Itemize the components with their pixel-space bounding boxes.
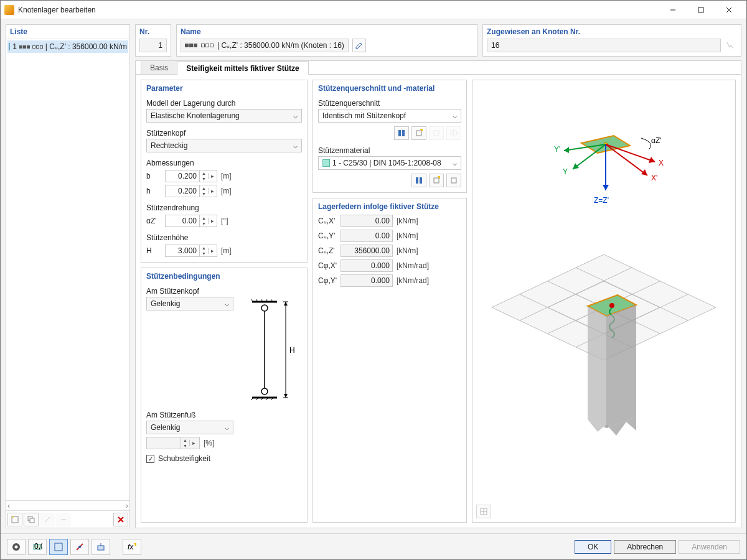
library-button[interactable] (394, 126, 409, 140)
svg-text:i: i (453, 129, 454, 137)
pct-unit: [%] (204, 439, 214, 447)
svg-point-73 (15, 545, 18, 548)
apply-button: Anwenden (679, 540, 740, 554)
svg-text:H: H (289, 346, 295, 355)
close-button[interactable] (715, 1, 743, 19)
svg-point-78 (78, 546, 81, 548)
assigned-label: Zugewiesen an Knoten Nr. (483, 25, 741, 39)
model-value: Elastische Knotenlagerung (151, 111, 240, 120)
new-item-button[interactable] (7, 513, 22, 526)
top-value: Gelenkig (151, 299, 180, 308)
parameter-title: Parameter (146, 84, 302, 93)
list-item[interactable]: 1 | Cᵤ,Z' : 356000.00 kN/m (7, 40, 128, 53)
list-title: Liste (6, 25, 129, 39)
H-spinner[interactable]: 3.000▲▼▸ (165, 245, 217, 257)
chevron-down-icon: ⌵ (293, 111, 298, 120)
spring-value: 0.00 (341, 230, 393, 242)
height-label: Stützenhöhe (146, 233, 302, 242)
sec-iconstrip: i (318, 126, 461, 140)
mat-select[interactable]: 1 - C25/30 | DIN 1045-1:2008-08⌵ (318, 156, 461, 170)
spring-unit: [kN/m] (397, 246, 418, 255)
function-button[interactable]: fx (123, 539, 141, 555)
window-title: Knotenlager bearbeiten (18, 6, 659, 14)
maximize-button[interactable] (687, 1, 715, 19)
view-mode-2-button[interactable] (70, 539, 89, 555)
spring-value: 0.000 (341, 259, 393, 272)
chevron-down-icon: ⌵ (293, 141, 298, 150)
minimize-button[interactable] (659, 1, 687, 19)
group-conditions: Stützenbedingungen Am Stützenkopf Gelenk… (141, 268, 308, 523)
svg-rect-79 (98, 546, 104, 550)
tab-stiffness[interactable]: Steifigkeit mittels fiktiver Stütze (177, 61, 308, 75)
list-panel: Liste 1 | Cᵤ,Z' : 356000.00 kN/m ‹› (6, 24, 130, 528)
sec-label: Stützenquerschnitt (318, 99, 461, 108)
view-mode-3-button[interactable] (92, 539, 110, 555)
dim-b-row: b 0.200▲▼▸ [m] (146, 170, 302, 182)
dim-H-row: H 3.000▲▼▸ [m] (146, 245, 302, 257)
h-spinner[interactable]: 0.200▲▼▸ (165, 185, 217, 197)
mat-edit-button[interactable] (446, 174, 461, 187)
svg-text:X': X' (651, 174, 657, 182)
nr-value: 1 (139, 39, 167, 52)
svg-rect-30 (420, 177, 422, 184)
az-value: 0.00 (166, 217, 199, 225)
name-value: | Cᵤ,Z' : 356000.00 kN/m (Knoten : 16) (181, 39, 349, 52)
spring-label: Cᵤ,Z' (318, 246, 337, 255)
dialog-body: Liste 1 | Cᵤ,Z' : 356000.00 kN/m ‹› (1, 19, 746, 533)
assigned-nodes-panel: Zugewiesen an Knoten Nr. 16 (482, 24, 741, 57)
help-button[interactable] (7, 539, 26, 555)
ok-button[interactable]: OK (575, 540, 611, 554)
az-unit: [°] (221, 217, 228, 225)
list-box[interactable]: 1 | Cᵤ,Z' : 356000.00 kN/m (6, 39, 129, 500)
view-mode-1-button[interactable] (49, 539, 68, 555)
shear-checkbox[interactable]: ✓ Schubsteifigkeit (146, 454, 302, 463)
group-cross-section: Stützenquerschnitt und -material Stützen… (312, 80, 467, 193)
chevron-down-icon: ⌵ (453, 159, 457, 167)
svg-rect-26 (434, 131, 439, 136)
pct-spinner: ▲▼▸ (146, 437, 200, 449)
bot-value: Gelenkig (151, 423, 180, 432)
spring-unit: [kN/m] (397, 231, 418, 240)
svg-text:0,00: 0,00 (34, 542, 42, 551)
svg-marker-67 (588, 306, 606, 428)
preview-options-button[interactable] (476, 505, 491, 518)
az-spinner[interactable]: 0.00▲▼▸ (165, 215, 217, 227)
name-sym-filled (185, 44, 197, 47)
new-section-button[interactable] (411, 126, 426, 140)
info-button: i (446, 126, 461, 140)
mat-iconstrip (318, 174, 461, 187)
edit-name-button[interactable] (352, 39, 366, 52)
svg-text:Z=Z': Z=Z' (594, 196, 609, 205)
nr-panel: Nr. 1 (135, 24, 171, 57)
b-spinner[interactable]: 0.200▲▼▸ (165, 170, 217, 182)
spring-unit: [kNm/rad] (397, 261, 429, 270)
mat-library-button[interactable] (411, 174, 426, 187)
preview-3d[interactable]: Y' Y X X' Z=Z' (472, 80, 736, 523)
list-hscroll[interactable]: ‹› (6, 500, 129, 510)
nr-label: Nr. (136, 25, 171, 39)
mat-value: 1 - C25/30 | DIN 1045-1:2008-08 (332, 159, 441, 167)
model-select[interactable]: Elastische Knotenlagerung⌵ (146, 109, 302, 123)
svg-rect-0 (698, 7, 703, 12)
units-button[interactable]: 0,00 (28, 539, 47, 555)
svg-rect-3 (30, 518, 34, 523)
kopf-select[interactable]: Rechteckig⌵ (146, 139, 302, 152)
spring-row-1: Cᵤ,Y'0.00[kN/m] (318, 230, 461, 242)
tab-basis[interactable]: Basis (141, 60, 177, 74)
svg-rect-24 (402, 130, 405, 136)
spring-value: 0.000 (341, 274, 393, 287)
assigned-value[interactable]: 16 (487, 39, 721, 52)
mat-new-button[interactable] (429, 174, 444, 187)
bot-select[interactable]: Gelenkig⌵ (146, 421, 233, 434)
top-select[interactable]: Gelenkig⌵ (146, 297, 233, 310)
name-sym-empty (201, 44, 214, 47)
copy-item-button[interactable] (24, 513, 39, 526)
rot-label: Stützendrehung (146, 203, 302, 212)
kopf-label: Stützenkopf (146, 129, 302, 138)
svg-point-66 (609, 303, 614, 308)
sec-select[interactable]: Identisch mit Stützenkopf⌵ (318, 109, 461, 123)
delete-item-button[interactable] (113, 513, 128, 526)
chevron-down-icon: ⌵ (225, 423, 229, 432)
svg-rect-29 (416, 177, 418, 184)
cancel-button[interactable]: Abbrechen (614, 540, 676, 554)
